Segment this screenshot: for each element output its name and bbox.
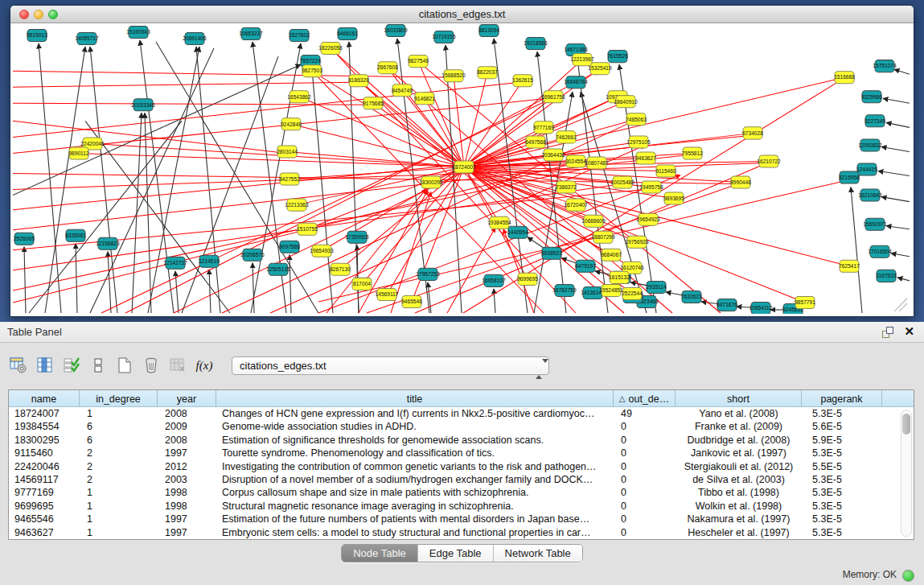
table-selector[interactable]: citations_edges.txt — [232, 356, 549, 375]
graph-node[interactable]: 20206576 — [240, 249, 265, 261]
column-header-year[interactable]: year — [158, 390, 216, 407]
graph-node[interactable]: 8267130 — [330, 263, 351, 275]
graph-edge[interactable] — [494, 289, 495, 313]
graph-node[interactable]: 9857791 — [795, 296, 815, 308]
graph-node[interactable]: 19756928 — [625, 236, 649, 248]
graph-node[interactable]: 2935114 — [646, 281, 666, 293]
table-scrollbar[interactable] — [901, 410, 912, 537]
table-row[interactable]: 2242004622012Investigating the contribut… — [9, 460, 914, 473]
table-row[interactable]: 1830029562008Estimation of significance … — [9, 434, 914, 447]
column-header-out-degree[interactable]: △out_de… — [614, 390, 676, 407]
graph-node[interactable]: 8822037 — [477, 67, 498, 79]
graph-edge[interactable] — [140, 40, 174, 313]
graph-node[interactable]: 19654933 — [310, 245, 334, 257]
graph-node[interactable]: 19524851 — [599, 284, 623, 296]
table-row[interactable]: 911546021997Tourette syndrome. Phenomeno… — [9, 447, 914, 459]
graph-node[interactable]: 1440954 — [507, 226, 528, 238]
graph-edge[interactable] — [287, 151, 464, 167]
graph-node[interactable]: 7462661 — [556, 131, 577, 143]
scrollbar-thumb[interactable] — [902, 414, 910, 435]
graph-node[interactable]: 10719155 — [432, 31, 456, 43]
graph-node[interactable]: 2867608 — [377, 62, 398, 74]
graph-node[interactable]: 9515013 — [27, 30, 47, 42]
graph-node[interactable]: 1167533 — [876, 270, 896, 282]
graph-node[interactable]: 2522544 — [622, 287, 643, 299]
graph-node[interactable]: 10807487 — [585, 157, 609, 169]
graph-node[interactable]: 9097588 — [279, 241, 300, 253]
graph-node[interactable]: 10025488 — [610, 176, 634, 188]
column-header-pagerank[interactable]: pagerank — [802, 390, 882, 407]
graph-node[interactable]: 8215958 — [839, 171, 860, 183]
delete-rows-icon[interactable] — [141, 355, 162, 376]
citation-graph[interactable]: 9515013140557171516094320691406106532371… — [13, 24, 911, 314]
graph-edge[interactable] — [891, 253, 910, 257]
graph-edge[interactable] — [881, 197, 910, 202]
graph-node[interactable]: 18226058 — [318, 43, 343, 55]
graph-node[interactable]: 8813054 — [478, 25, 499, 37]
graph-edge[interactable] — [108, 252, 111, 313]
column-header-in-degree[interactable]: in_degree — [80, 390, 158, 407]
graph-node[interactable]: 9227349 — [864, 115, 885, 127]
graph-node[interactable]: 19218586 — [524, 38, 548, 50]
graph-edge[interactable] — [899, 303, 907, 311]
graph-node[interactable]: 9465546 — [401, 295, 422, 307]
graph-node[interactable]: 20153346 — [131, 99, 155, 111]
graph-edge[interactable] — [13, 82, 354, 87]
graph-node[interactable]: 9699695 — [517, 273, 538, 285]
graph-node[interactable]: 16961758 — [541, 91, 565, 103]
graph-node[interactable]: 17957253 — [416, 268, 440, 280]
graph-edge[interactable] — [878, 171, 910, 176]
table-row[interactable]: 1938455462009Genome-wide association stu… — [9, 420, 914, 433]
graph-node[interactable]: 16720407 — [564, 199, 588, 211]
graph-node[interactable]: 8427552 — [279, 173, 300, 185]
select-all-icon[interactable] — [61, 355, 82, 376]
graph-edge[interactable] — [883, 98, 910, 103]
graph-node[interactable]: 18807299 — [591, 231, 615, 243]
graph-node[interactable]: 12093832 — [858, 139, 882, 151]
graph-node[interactable]: 9890112 — [68, 147, 88, 159]
graph-node[interactable]: 6734028 — [742, 127, 763, 139]
graph-node[interactable]: 6479197 — [575, 260, 596, 272]
graph-node[interactable]: 12213967 — [570, 54, 594, 66]
graph-node[interactable]: 9684067 — [601, 249, 622, 261]
graph-node[interactable]: 20691406 — [183, 33, 207, 45]
clear-selection-icon[interactable] — [88, 355, 109, 376]
graph-edge[interactable] — [29, 121, 182, 313]
column-header-short[interactable]: short — [676, 390, 802, 407]
graph-node[interactable]: 18640910 — [614, 96, 638, 108]
table-row[interactable]: 1456911722003Disruption of a novel membe… — [9, 473, 914, 486]
graph-node[interactable]: 8454749 — [392, 84, 413, 97]
graph-node[interactable]: 15692971 — [863, 218, 887, 230]
table-row[interactable]: 946554611997Estimation of the future num… — [9, 513, 914, 525]
graph-node[interactable]: 7632621 — [681, 290, 702, 303]
graph-node[interactable]: 14055717 — [75, 33, 99, 45]
graph-node[interactable]: 10688609 — [581, 215, 606, 227]
graph-node[interactable]: 12213363 — [285, 199, 309, 211]
graph-edge[interactable] — [388, 68, 464, 167]
graph-node[interactable]: 16648784 — [564, 76, 588, 89]
function-builder-icon[interactable]: f(x) — [194, 355, 215, 376]
graph-node[interactable]: 1527602 — [289, 30, 310, 42]
graph-edge[interactable] — [894, 69, 910, 74]
graph-node[interactable]: 16958107 — [482, 274, 506, 286]
float-panel-icon[interactable] — [882, 327, 893, 338]
graph-node[interactable]: 15751074 — [873, 60, 897, 72]
graph-node[interactable]: 8186328 — [348, 75, 369, 87]
graph-node[interactable]: 16210643 — [858, 189, 882, 201]
graph-node[interactable]: 8938923 — [541, 247, 562, 259]
graph-node[interactable]: 15160943 — [126, 27, 150, 39]
graph-node[interactable]: 12156823 — [96, 237, 120, 249]
graph-node[interactable]: 7625417 — [839, 260, 860, 272]
graph-node[interactable]: 12975105 — [626, 136, 651, 148]
graph-node[interactable]: 1516688 — [834, 72, 855, 84]
graph-edge[interactable] — [85, 121, 230, 313]
graph-node[interactable]: 9175685 — [363, 97, 384, 109]
table-row[interactable]: 946362711997Embryonic stem cells: a mode… — [9, 526, 914, 539]
graph-node[interactable]: 2803144 — [277, 146, 298, 158]
graph-node[interactable]: 12505135 — [266, 263, 290, 275]
table-mode-icon[interactable] — [8, 355, 29, 376]
new-table-icon[interactable] — [114, 355, 135, 376]
graph-node[interactable]: 1510755 — [297, 223, 318, 235]
graph-node[interactable]: 20364436 — [541, 149, 565, 161]
graph-node[interactable]: 9329966 — [861, 91, 882, 103]
